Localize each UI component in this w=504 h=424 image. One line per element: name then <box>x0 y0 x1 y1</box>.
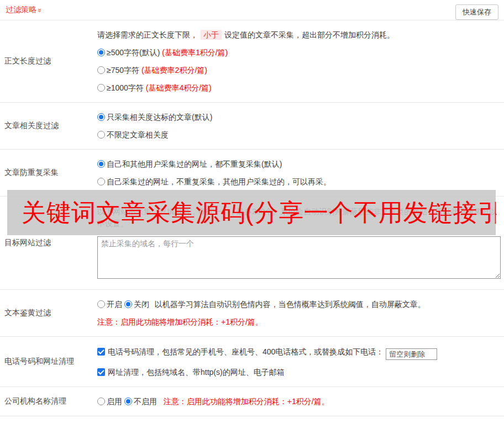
row-content: 电话号码清理，包括常见的手机号、座机号、400电话格式，或替换成如下电话： 网址… <box>97 337 504 386</box>
option-label: ≥1000字符 <box>107 83 144 92</box>
dedup-option-all-users[interactable]: 自己和其他用户采集过的网址，都不重复采集(默认) <box>97 158 500 169</box>
radio-icon[interactable] <box>97 66 105 74</box>
option-label: 启用 <box>107 397 122 406</box>
intro-text: 设定值的文章不采集，超出部分不增加积分消耗。 <box>224 30 395 39</box>
row-content: 请选择需求的正文长度下限，小于设定值的文章不采集，超出部分不增加积分消耗。 ≥5… <box>97 20 504 102</box>
filter-settings-page: 过滤策略 » 快速保存 正文长度过滤 请选择需求的正文长度下限，小于设定值的文章… <box>0 0 504 424</box>
radio-icon[interactable] <box>97 84 105 92</box>
quick-save-button[interactable]: 快速保存 <box>455 4 498 20</box>
double-chevron-down-icon[interactable]: » <box>36 8 44 12</box>
option-label: 不限定文章相关度 <box>107 130 169 139</box>
row-label: 关键词防重复采集 <box>0 416 97 424</box>
replacement-phone-input[interactable] <box>386 348 437 360</box>
radio-icon[interactable] <box>97 131 105 139</box>
less-than-highlight: 小于 <box>201 30 222 40</box>
url-clean-option[interactable]: 网址清理，包括纯域名、带http(s)的网址、电子邮箱 <box>97 367 500 378</box>
option-label: 只采集相关度达标的文章(默认) <box>107 113 212 121</box>
row-content: 自己和其他用户采集过的网址，都不重复采集(默认) 自己采集过的网址，不重复采集，… <box>97 150 504 196</box>
radio-icon[interactable] <box>124 300 132 308</box>
radio-icon[interactable] <box>97 160 105 168</box>
length-option-1000[interactable]: ≥1000字符 (基础费率4积分/篇) <box>97 82 500 93</box>
length-intro: 请选择需求的正文长度下限，小于设定值的文章不采集，超出部分不增加积分消耗。 <box>97 29 500 40</box>
company-clean-cost-note: 注意：启用此功能将增加积分消耗：+1积分/篇。 <box>164 397 329 406</box>
row-label: 文本鉴黄过滤 <box>0 290 97 336</box>
company-clean-options: 启用 不启用 注意：启用此功能将增加积分消耗：+1积分/篇。 <box>97 396 500 407</box>
page-title[interactable]: 过滤策略 <box>6 5 36 15</box>
checkbox-icon[interactable] <box>97 348 105 356</box>
row-company-clean: 公司机构名称清理 启用 不启用 注意：启用此功能将增加积分消耗：+1积分/篇。 <box>0 387 504 416</box>
row-label: 电话号码和网址清理 <box>0 337 97 386</box>
option-label: 电话号码清理，包括常见的手机号、座机号、400电话格式，或替换成如下电话： <box>108 347 384 356</box>
option-label: 关闭 <box>134 300 149 309</box>
watermark-overlay: 关键词文章采集源码(分享一个不用发链接引 <box>7 190 496 235</box>
dedup-option-self-only[interactable]: 自己采集过的网址，不重复采集，其他用户采集过的，可以再采。 <box>97 176 500 187</box>
watermark-text: 关键词文章采集源码(分享一个不用发链接引 <box>7 197 496 229</box>
option-fee-note: (基础费率1积分/篇) <box>162 48 228 57</box>
row-content: 开启 关闭 以机器学习算法自动识别色情内容，当色情概率达到系统阈值，自动屏蔽文章… <box>97 290 504 336</box>
row-content: 只采集相关度达标的文章(默认) 不限定文章相关度 <box>97 103 504 149</box>
radio-icon[interactable] <box>97 113 105 121</box>
row-keyword-dedup: 关键词防重复采集 私有词库中每个关键词最多允许采集篇文章。 如果留空或设为0，则… <box>0 416 504 424</box>
top-bar: 过滤策略 » 快速保存 <box>0 0 504 20</box>
radio-icon[interactable] <box>97 49 105 56</box>
relevance-option-any[interactable]: 不限定文章相关度 <box>97 129 500 140</box>
porn-off-option[interactable]: 关闭 <box>124 300 149 309</box>
row-content: 启用 不启用 注意：启用此功能将增加积分消耗：+1积分/篇。 <box>97 387 504 416</box>
option-label: 不启用 <box>134 397 157 406</box>
option-label: 网址清理，包括纯域名、带http(s)的网址、电子邮箱 <box>108 368 285 377</box>
porn-filter-options: 开启 关闭 以机器学习算法自动识别色情内容，当色情概率达到系统阈值，自动屏蔽文章… <box>97 299 500 310</box>
porn-filter-cost-note: 注意：启用此功能将增加积分消耗：+1积分/篇。 <box>97 316 500 327</box>
radio-icon[interactable] <box>97 300 105 308</box>
row-phone-url-clean: 电话号码和网址清理 电话号码清理，包括常见的手机号、座机号、400电话格式，或替… <box>0 337 504 387</box>
option-label: 自己和其他用户采集过的网址，都不重复采集(默认) <box>107 160 282 168</box>
intro-text: 请选择需求的正文长度下限， <box>97 30 198 39</box>
length-option-500[interactable]: ≥500字符(默认) (基础费率1积分/篇) <box>97 47 500 58</box>
option-label: ≥500字符(默认) <box>107 48 160 57</box>
option-label: ≥750字符 <box>107 66 139 75</box>
porn-filter-description: 以机器学习算法自动识别色情内容，当色情概率达到系统阈值，自动屏蔽文章。 <box>155 300 426 309</box>
row-porn-filter: 文本鉴黄过滤 开启 关闭 以机器学习算法自动识别色情内容，当色情概率达到系统阈值… <box>0 290 504 337</box>
length-option-750[interactable]: ≥750字符 (基础费率2积分/篇) <box>97 65 500 76</box>
option-label: 开启 <box>107 300 122 309</box>
option-label: 自己采集过的网址，不重复采集，其他用户采集过的，可以再采。 <box>107 177 331 186</box>
row-label: 正文长度过滤 <box>0 20 97 102</box>
row-label: 文章相关度过滤 <box>0 103 97 149</box>
radio-icon[interactable] <box>97 398 105 405</box>
blocked-domains-textarea[interactable] <box>97 236 501 279</box>
row-label: 公司机构名称清理 <box>0 387 97 416</box>
radio-icon[interactable] <box>124 398 132 405</box>
option-fee-note: (基础费率2积分/篇) <box>141 66 207 75</box>
option-fee-note: (基础费率4积分/篇) <box>146 83 212 92</box>
row-label: 文章防重复采集 <box>0 150 97 196</box>
row-content: 私有词库中每个关键词最多允许采集篇文章。 如果留空或设为0，则不限篇数。 如果设… <box>97 416 504 424</box>
porn-on-option[interactable]: 开启 <box>97 300 122 309</box>
checkbox-icon[interactable] <box>97 368 105 376</box>
phone-clean-option[interactable]: 电话号码清理，包括常见的手机号、座机号、400电话格式，或替换成如下电话： <box>97 346 500 360</box>
relevance-option-strict[interactable]: 只采集相关度达标的文章(默认) <box>97 112 500 123</box>
row-length-filter: 正文长度过滤 请选择需求的正文长度下限，小于设定值的文章不采集，超出部分不增加积… <box>0 20 504 103</box>
company-enable-option[interactable]: 启用 <box>97 397 122 406</box>
company-disable-option[interactable]: 不启用 <box>124 397 157 406</box>
row-relevance-filter: 文章相关度过滤 只采集相关度达标的文章(默认) 不限定文章相关度 <box>0 103 504 150</box>
radio-icon[interactable] <box>97 178 105 186</box>
